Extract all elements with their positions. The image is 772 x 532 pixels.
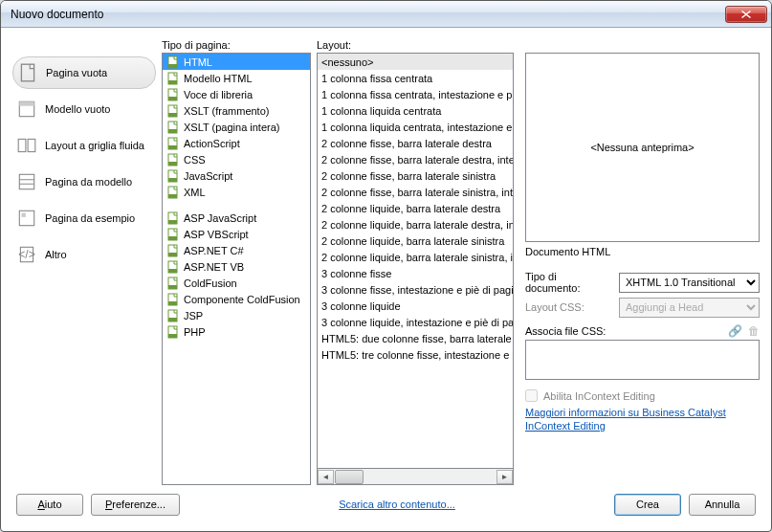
page-type-label: XSLT (frammento) (184, 105, 269, 117)
scroll-left-icon[interactable]: ◄ (318, 470, 334, 484)
file-icon (166, 325, 180, 339)
file-icon (166, 72, 180, 85)
cancel-button[interactable]: Annulla (689, 494, 756, 516)
page-type-item[interactable]: Modello HTML (163, 70, 310, 86)
help-button[interactable]: Aiuto (16, 494, 83, 516)
page-type-label: CSS (184, 154, 206, 166)
category-label: Pagina vuota (46, 67, 107, 78)
page-type-label: ColdFusion (184, 277, 237, 289)
svg-rect-43 (168, 318, 177, 321)
page-type-item[interactable]: XML (163, 184, 310, 200)
page-type-item[interactable]: JSP (163, 307, 310, 323)
category-icon (16, 171, 37, 192)
page-type-label: XSLT (pagina intera) (184, 122, 279, 133)
layout-item[interactable]: HTML5: tre colonne fisse, intestazione e… (318, 346, 513, 363)
svg-rect-3 (18, 139, 26, 151)
create-button[interactable]: Crea (614, 494, 681, 516)
close-button[interactable] (725, 6, 767, 23)
svg-rect-25 (168, 162, 177, 166)
layout-item[interactable]: 2 colonne liquide, barra laterale destra… (318, 216, 513, 233)
page-type-item[interactable]: ASP.NET VB (163, 258, 310, 275)
layoutcss-label: Layout CSS: (525, 301, 613, 313)
svg-rect-31 (168, 220, 177, 224)
layout-hscrollbar[interactable]: ◄ ► (317, 469, 514, 485)
page-type-item[interactable]: ActionScript (163, 135, 310, 151)
category-pagina-da-esempio[interactable]: Pagina da esempio (12, 202, 156, 234)
category-icon (16, 208, 37, 229)
page-type-item[interactable]: CSS (163, 151, 310, 167)
page-type-item[interactable]: Componente ColdFusion (163, 291, 310, 307)
layout-item[interactable]: 3 colonne fisse, intestazione e piè di p… (318, 281, 513, 298)
page-type-label: ActionScript (184, 138, 240, 149)
category-icon (16, 99, 37, 120)
layout-item[interactable]: 2 colonne fisse, barra laterale destra, … (318, 151, 513, 167)
file-icon (166, 169, 180, 183)
layout-item[interactable]: 3 colonne fisse (318, 265, 513, 281)
titlebar: Nuovo documento (1, 1, 771, 28)
page-type-list[interactable]: HTMLModello HTMLVoce di libreriaXSLT (fr… (162, 53, 311, 485)
page-type-label: Modello HTML (184, 73, 253, 84)
layout-item[interactable]: 2 colonne fisse, barra laterale sinistra… (318, 184, 513, 200)
layout-item[interactable]: 3 colonne liquide (318, 298, 513, 314)
svg-rect-13 (168, 64, 177, 68)
layout-item[interactable]: 2 colonne liquide, barra laterale sinist… (318, 249, 513, 265)
page-type-label: Componente ColdFusion (184, 294, 300, 305)
layout-item[interactable]: 3 colonne liquide, intestazione e piè di… (318, 314, 513, 330)
download-link[interactable]: Scarica altro contenuto... (339, 499, 455, 510)
category-layout-a-griglia-fluida[interactable]: Layout a griglia fluida (12, 129, 156, 162)
category-modello-vuoto[interactable]: Modello vuoto (12, 93, 156, 125)
page-type-item[interactable]: ColdFusion (163, 275, 310, 291)
page-type-item[interactable]: XSLT (frammento) (163, 102, 310, 119)
svg-rect-4 (28, 139, 35, 151)
layout-item[interactable]: 1 colonna fissa centrata, intestazione e… (318, 86, 513, 102)
page-type-item[interactable]: JavaScript (163, 167, 310, 184)
page-type-item[interactable]: ASP JavaScript (163, 210, 310, 226)
page-type-item[interactable]: Voce di libreria (163, 86, 310, 102)
category-pagina-da-modello[interactable]: Pagina da modello (12, 166, 156, 198)
layout-item[interactable]: 1 colonna liquida centrata (318, 102, 513, 119)
svg-rect-17 (168, 97, 177, 100)
page-type-label: JSP (184, 310, 203, 321)
layout-item[interactable]: 1 colonna fissa centrata (318, 70, 513, 86)
scroll-right-icon[interactable]: ► (496, 470, 513, 484)
doctype-select[interactable]: XHTML 1.0 Transitional (619, 273, 760, 293)
file-icon (166, 88, 180, 101)
layout-item[interactable]: 2 colonne liquide, barra laterale destra (318, 200, 513, 216)
scroll-thumb[interactable] (335, 470, 364, 484)
page-type-item[interactable]: PHP (163, 323, 310, 340)
layout-item[interactable]: <nessuno> (318, 54, 513, 70)
file-icon (166, 186, 180, 199)
layout-header: Layout: (317, 39, 514, 53)
category-label: Pagina da modello (45, 176, 132, 188)
category-pagina-vuota[interactable]: Pagina vuota (12, 56, 156, 89)
svg-rect-23 (168, 145, 177, 149)
preferences-button[interactable]: Preferenze... (91, 494, 180, 516)
layout-list[interactable]: <nessuno>1 colonna fissa centrata1 colon… (317, 53, 514, 469)
svg-rect-27 (168, 178, 177, 182)
page-type-item[interactable]: ASP.NET C# (163, 242, 310, 258)
category-altro[interactable]: </>Altro (12, 238, 156, 271)
delete-css-icon[interactable]: 🗑 (748, 324, 760, 338)
page-type-item[interactable]: XSLT (pagina intera) (163, 119, 310, 135)
layout-item[interactable]: 2 colonne fisse, barra laterale sinistra (318, 167, 513, 184)
file-icon (166, 121, 180, 134)
svg-rect-39 (168, 285, 177, 289)
layout-item[interactable]: 1 colonna liquida centrata, intestazione… (318, 119, 513, 135)
page-type-item[interactable]: HTML (163, 54, 310, 70)
svg-rect-0 (21, 64, 33, 81)
page-type-label: ASP JavaScript (184, 212, 256, 224)
incontext-label: Abilita InContext Editing (543, 390, 655, 402)
page-type-item[interactable]: ASP VBScript (163, 226, 310, 242)
layout-item[interactable]: HTML5: due colonne fisse, barra laterale… (318, 330, 513, 346)
assoc-css-label: Associa file CSS: (525, 325, 606, 337)
incontext-info-link[interactable]: Maggiori informazioni su Business Cataly… (525, 406, 760, 432)
new-document-dialog: Nuovo documento Pagina vuotaModello vuot… (0, 0, 772, 532)
page-type-label: ASP VBScript (184, 229, 249, 240)
link-css-icon[interactable]: 🔗 (728, 324, 742, 338)
layout-item[interactable]: 2 colonne fisse, barra laterale destra (318, 135, 513, 151)
file-icon (166, 309, 180, 322)
category-label: Pagina da esempio (45, 212, 135, 224)
layout-item[interactable]: 2 colonne liquide, barra laterale sinist… (318, 233, 513, 249)
assoc-css-list[interactable] (525, 340, 760, 380)
svg-rect-33 (168, 236, 177, 240)
